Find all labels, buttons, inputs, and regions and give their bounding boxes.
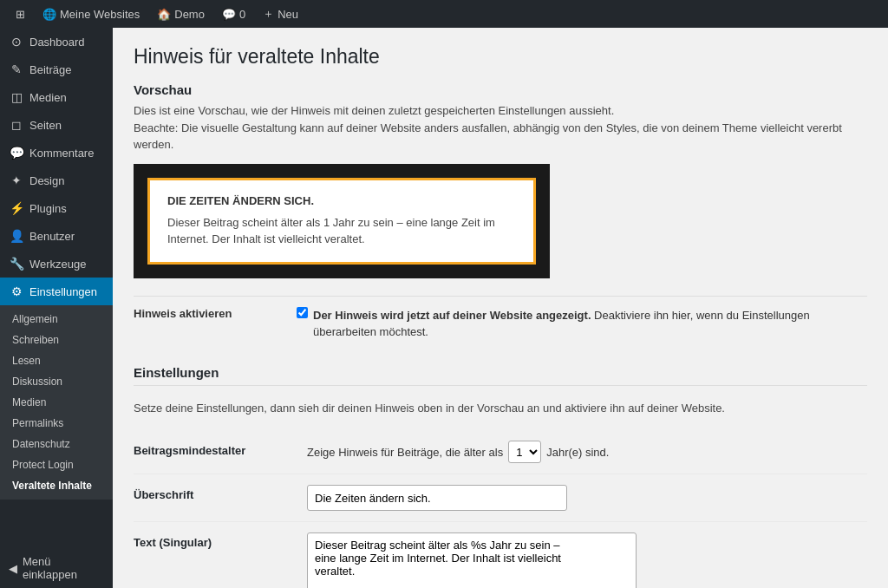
notice-activate-bold: Der Hinweis wird jetzt auf deiner Websit… bbox=[313, 309, 591, 322]
notice-activate-row: Hinweis aktivieren Der Hinweis wird jetz… bbox=[134, 296, 867, 351]
beitragsmindestalter-prefix: Zeige Hinweis für Beiträge, die älter al… bbox=[307, 446, 503, 459]
table-row-beitragsmindestalter: Beitragsmindestalter Zeige Hinweis für B… bbox=[134, 430, 867, 474]
collapse-icon: ◀ bbox=[9, 562, 17, 575]
wp-icon: ⊞ bbox=[16, 8, 25, 21]
text-singular-label-text: Text (Singular) bbox=[134, 536, 212, 549]
sidebar-item-benutzer[interactable]: 👤 Benutzer bbox=[0, 222, 113, 250]
users-icon: 👤 bbox=[9, 229, 24, 243]
sidebar-label-seiten: Seiten bbox=[29, 119, 62, 132]
table-row-text-singular: Text (Singular) Dieser Beitrag scheint ä… bbox=[134, 522, 867, 589]
pages-icon: ◻ bbox=[9, 118, 24, 132]
sidebar-item-werkzeuge[interactable]: 🔧 Werkzeuge bbox=[0, 250, 113, 278]
home-icon: 🏠 bbox=[157, 8, 171, 21]
table-row-ueberschrift: Überschrift bbox=[134, 474, 867, 522]
sidebar-label-design: Design bbox=[29, 174, 64, 187]
settings-icon: ⚙ bbox=[9, 284, 24, 298]
sidebar-label-plugins: Plugins bbox=[29, 202, 67, 215]
settings-section: Einstellungen Setze deine Einstellungen,… bbox=[134, 365, 867, 589]
wp-logo-item[interactable]: ⊞ bbox=[7, 0, 34, 28]
new-item[interactable]: ＋ Neu bbox=[254, 0, 307, 28]
sidebar-item-dashboard[interactable]: ⊙ Dashboard bbox=[0, 28, 113, 56]
preview-text: Dieser Beitrag scheint älter als 1 Jahr … bbox=[167, 214, 516, 248]
notice-check-group: Der Hinweis wird jetzt auf deiner Websit… bbox=[297, 307, 867, 341]
comments-icon: 💬 bbox=[222, 8, 236, 21]
text-singular-td: Dieser Beitrag scheint älter als %s Jahr… bbox=[307, 522, 867, 589]
tools-icon: 🔧 bbox=[9, 257, 24, 271]
beitragsmindestalter-suffix: Jahr(e) sind. bbox=[546, 446, 609, 459]
settings-submenu: Allgemein Schreiben Lesen Diskussion Med… bbox=[0, 305, 113, 500]
design-icon: ✦ bbox=[9, 173, 24, 187]
sidebar-label-kommentare: Kommentare bbox=[29, 147, 94, 160]
new-label: Neu bbox=[278, 8, 298, 21]
text-singular-label: Text (Singular) bbox=[134, 522, 307, 589]
submenu-veraltete-inhalte[interactable]: Veraltete Inhalte bbox=[0, 475, 113, 496]
submenu-medien[interactable]: Medien bbox=[0, 392, 113, 413]
page-title: Hinweis für veraltete Inhalte bbox=[134, 45, 867, 69]
preview-section: Vorschau Dies ist eine Vorschau, wie der… bbox=[134, 82, 867, 296]
demo-label: Demo bbox=[174, 8, 205, 21]
sites-icon: 🌐 bbox=[42, 8, 56, 21]
settings-section-title: Einstellungen bbox=[134, 365, 867, 380]
ueberschrift-label: Überschrift bbox=[134, 474, 307, 522]
settings-divider bbox=[134, 385, 867, 386]
sidebar-label-benutzer: Benutzer bbox=[29, 230, 75, 243]
submenu-lesen[interactable]: Lesen bbox=[0, 350, 113, 371]
my-sites-item[interactable]: 🌐 Meine Websites bbox=[34, 0, 148, 28]
preview-desc-line2: Beachte: Die visuelle Gestaltung kann au… bbox=[134, 121, 842, 152]
sites-label: Meine Websites bbox=[60, 8, 140, 21]
text-singular-textarea[interactable]: Dieser Beitrag scheint älter als %s Jahr… bbox=[307, 532, 637, 588]
sidebar-label-dashboard: Dashboard bbox=[29, 36, 85, 49]
beitragsmindestalter-select[interactable]: 1 2 3 4 5 bbox=[508, 441, 541, 463]
sidebar-item-medien[interactable]: ◫ Medien bbox=[0, 83, 113, 111]
preview-box: DIE ZEITEN ÄNDERN SICH. Dieser Beitrag s… bbox=[134, 164, 550, 278]
submenu-allgemein[interactable]: Allgemein bbox=[0, 309, 113, 330]
sidebar-label-werkzeuge: Werkzeuge bbox=[29, 258, 87, 271]
comments-nav-icon: 💬 bbox=[9, 146, 24, 160]
demo-item[interactable]: 🏠 Demo bbox=[148, 0, 213, 28]
settings-table: Beitragsmindestalter Zeige Hinweis für B… bbox=[134, 430, 867, 588]
submenu-diskussion[interactable]: Diskussion bbox=[0, 371, 113, 392]
sidebar-label-einstellungen: Einstellungen bbox=[29, 285, 97, 298]
ueberschrift-label-text: Überschrift bbox=[134, 488, 193, 501]
preview-section-title: Vorschau bbox=[134, 82, 867, 97]
preview-inner: DIE ZEITEN ÄNDERN SICH. Dieser Beitrag s… bbox=[147, 178, 536, 265]
sidebar-item-design[interactable]: ✦ Design bbox=[0, 167, 113, 194]
ueberschrift-input[interactable] bbox=[307, 485, 567, 511]
notice-activate-text: Der Hinweis wird jetzt auf deiner Websit… bbox=[313, 307, 867, 341]
main-content: Hinweis für veraltete Inhalte Vorschau D… bbox=[113, 28, 888, 588]
comments-item[interactable]: 💬 0 bbox=[213, 0, 254, 28]
dashboard-icon: ⊙ bbox=[9, 35, 24, 49]
beitragsmindestalter-label: Beitragsmindestalter bbox=[134, 430, 307, 474]
submenu-protect-login[interactable]: Protect Login bbox=[0, 454, 113, 475]
sidebar-item-kommentare[interactable]: 💬 Kommentare bbox=[0, 139, 113, 167]
settings-description: Setze deine Einstellungen, dann sieh dir… bbox=[134, 400, 867, 417]
beitragsmindestalter-td: Zeige Hinweis für Beiträge, die älter al… bbox=[307, 430, 867, 474]
notice-activate-checkbox[interactable] bbox=[297, 307, 308, 318]
posts-icon: ✎ bbox=[9, 62, 24, 76]
top-bar: ⊞ 🌐 Meine Websites 🏠 Demo 💬 0 ＋ Neu bbox=[0, 0, 888, 28]
sidebar-label-medien: Medien bbox=[29, 91, 67, 104]
plus-icon: ＋ bbox=[263, 6, 274, 22]
beitragsmindestalter-inline: Zeige Hinweis für Beiträge, die älter al… bbox=[307, 441, 867, 463]
sidebar-label-beitraege: Beiträge bbox=[29, 63, 71, 76]
preview-desc-line1: Dies ist eine Vorschau, wie der Hinweis … bbox=[134, 104, 614, 117]
notice-activate-label: Hinweis aktivieren bbox=[134, 307, 290, 320]
submenu-permalinks[interactable]: Permalinks bbox=[0, 413, 113, 434]
media-icon: ◫ bbox=[9, 90, 24, 104]
comments-count: 0 bbox=[239, 8, 245, 21]
collapse-label: Menü einklappen bbox=[23, 555, 104, 581]
layout: ⊙ Dashboard ✎ Beiträge ◫ Medien ◻ Seiten… bbox=[0, 28, 888, 588]
collapse-menu-button[interactable]: ◀ Menü einklappen bbox=[0, 548, 113, 588]
sidebar-item-plugins[interactable]: ⚡ Plugins bbox=[0, 194, 113, 222]
submenu-datenschutz[interactable]: Datenschutz bbox=[0, 434, 113, 454]
preview-heading: DIE ZEITEN ÄNDERN SICH. bbox=[167, 194, 516, 207]
sidebar-item-einstellungen[interactable]: ⚙ Einstellungen bbox=[0, 278, 113, 305]
preview-description: Dies ist eine Vorschau, wie der Hinweis … bbox=[134, 102, 867, 154]
sidebar: ⊙ Dashboard ✎ Beiträge ◫ Medien ◻ Seiten… bbox=[0, 28, 113, 588]
sidebar-item-seiten[interactable]: ◻ Seiten bbox=[0, 111, 113, 139]
plugins-icon: ⚡ bbox=[9, 201, 24, 215]
ueberschrift-td bbox=[307, 474, 867, 522]
sidebar-item-beitraege[interactable]: ✎ Beiträge bbox=[0, 56, 113, 83]
submenu-schreiben[interactable]: Schreiben bbox=[0, 330, 113, 350]
beitragsmindestalter-label-text: Beitragsmindestalter bbox=[134, 444, 245, 457]
